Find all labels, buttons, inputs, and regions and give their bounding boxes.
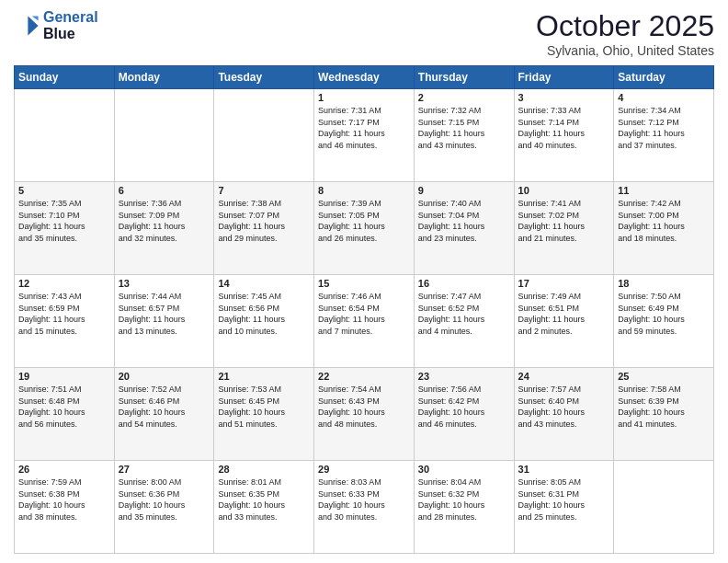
day-header-friday: Friday: [514, 66, 614, 89]
day-info: Sunrise: 7:35 AM Sunset: 7:10 PM Dayligh…: [18, 198, 110, 244]
day-info: Sunrise: 7:44 AM Sunset: 6:57 PM Dayligh…: [119, 291, 210, 337]
day-header-thursday: Thursday: [414, 66, 514, 89]
calendar-day-22: 22Sunrise: 7:54 AM Sunset: 6:43 PM Dayli…: [314, 368, 415, 461]
day-number: 3: [518, 92, 610, 103]
day-number: 25: [618, 371, 710, 382]
day-number: 19: [18, 371, 110, 382]
day-info: Sunrise: 7:51 AM Sunset: 6:48 PM Dayligh…: [18, 384, 110, 430]
month-title: October 2025: [536, 9, 714, 43]
day-info: Sunrise: 7:56 AM Sunset: 6:42 PM Dayligh…: [418, 384, 510, 430]
calendar-table: SundayMondayTuesdayWednesdayThursdayFrid…: [14, 65, 714, 554]
calendar-day-28: 28Sunrise: 8:01 AM Sunset: 6:35 PM Dayli…: [214, 461, 314, 554]
day-number: 12: [18, 278, 110, 289]
day-info: Sunrise: 8:05 AM Sunset: 6:31 PM Dayligh…: [518, 477, 610, 523]
day-number: 20: [119, 371, 210, 382]
day-info: Sunrise: 7:33 AM Sunset: 7:14 PM Dayligh…: [518, 105, 610, 151]
day-info: Sunrise: 7:50 AM Sunset: 6:49 PM Dayligh…: [618, 291, 710, 337]
day-info: Sunrise: 7:54 AM Sunset: 6:43 PM Dayligh…: [318, 384, 410, 430]
day-info: Sunrise: 8:03 AM Sunset: 6:33 PM Dayligh…: [318, 477, 410, 523]
calendar-day-20: 20Sunrise: 7:52 AM Sunset: 6:46 PM Dayli…: [114, 368, 214, 461]
calendar-day-16: 16Sunrise: 7:47 AM Sunset: 6:52 PM Dayli…: [414, 275, 514, 368]
day-info: Sunrise: 7:42 AM Sunset: 7:00 PM Dayligh…: [618, 198, 710, 244]
day-number: 26: [18, 464, 110, 475]
day-number: 14: [218, 278, 310, 289]
day-info: Sunrise: 7:57 AM Sunset: 6:40 PM Dayligh…: [518, 384, 610, 430]
calendar-day-14: 14Sunrise: 7:45 AM Sunset: 6:56 PM Dayli…: [214, 275, 314, 368]
day-info: Sunrise: 7:53 AM Sunset: 6:45 PM Dayligh…: [218, 384, 310, 430]
day-number: 18: [618, 278, 710, 289]
day-number: 4: [618, 92, 710, 103]
day-number: 13: [119, 278, 210, 289]
empty-cell: [15, 89, 115, 182]
calendar-day-11: 11Sunrise: 7:42 AM Sunset: 7:00 PM Dayli…: [614, 182, 714, 275]
day-number: 22: [318, 371, 410, 382]
day-number: 30: [418, 464, 510, 475]
day-info: Sunrise: 7:38 AM Sunset: 7:07 PM Dayligh…: [218, 198, 310, 244]
day-info: Sunrise: 7:46 AM Sunset: 6:54 PM Dayligh…: [318, 291, 410, 337]
day-number: 16: [418, 278, 510, 289]
calendar-day-18: 18Sunrise: 7:50 AM Sunset: 6:49 PM Dayli…: [614, 275, 714, 368]
day-info: Sunrise: 7:59 AM Sunset: 6:38 PM Dayligh…: [18, 477, 110, 523]
day-info: Sunrise: 7:52 AM Sunset: 6:46 PM Dayligh…: [119, 384, 210, 430]
day-info: Sunrise: 7:32 AM Sunset: 7:15 PM Dayligh…: [418, 105, 510, 151]
day-number: 24: [518, 371, 610, 382]
title-block: October 2025 Sylvania, Ohio, United Stat…: [536, 9, 714, 58]
calendar-day-24: 24Sunrise: 7:57 AM Sunset: 6:40 PM Dayli…: [514, 368, 614, 461]
empty-cell: [614, 461, 714, 554]
calendar-day-13: 13Sunrise: 7:44 AM Sunset: 6:57 PM Dayli…: [114, 275, 214, 368]
calendar-day-5: 5Sunrise: 7:35 AM Sunset: 7:10 PM Daylig…: [15, 182, 115, 275]
day-number: 5: [18, 185, 110, 196]
calendar-header-row: SundayMondayTuesdayWednesdayThursdayFrid…: [15, 66, 714, 89]
calendar-week-1: 1Sunrise: 7:31 AM Sunset: 7:17 PM Daylig…: [15, 89, 714, 182]
logo-text: General Blue: [43, 9, 98, 41]
day-info: Sunrise: 7:45 AM Sunset: 6:56 PM Dayligh…: [218, 291, 310, 337]
day-info: Sunrise: 7:36 AM Sunset: 7:09 PM Dayligh…: [119, 198, 210, 244]
calendar-day-2: 2Sunrise: 7:32 AM Sunset: 7:15 PM Daylig…: [414, 89, 514, 182]
day-header-sunday: Sunday: [15, 66, 115, 89]
location-title: Sylvania, Ohio, United States: [536, 43, 714, 58]
day-info: Sunrise: 7:40 AM Sunset: 7:04 PM Dayligh…: [418, 198, 510, 244]
calendar-day-26: 26Sunrise: 7:59 AM Sunset: 6:38 PM Dayli…: [15, 461, 115, 554]
day-number: 28: [218, 464, 310, 475]
day-number: 6: [119, 185, 210, 196]
calendar-day-4: 4Sunrise: 7:34 AM Sunset: 7:12 PM Daylig…: [614, 89, 714, 182]
header: General Blue October 2025 Sylvania, Ohio…: [14, 9, 714, 58]
day-number: 10: [518, 185, 610, 196]
calendar-week-5: 26Sunrise: 7:59 AM Sunset: 6:38 PM Dayli…: [15, 461, 714, 554]
calendar-day-15: 15Sunrise: 7:46 AM Sunset: 6:54 PM Dayli…: [314, 275, 415, 368]
day-info: Sunrise: 8:04 AM Sunset: 6:32 PM Dayligh…: [418, 477, 510, 523]
day-header-wednesday: Wednesday: [314, 66, 415, 89]
empty-cell: [214, 89, 314, 182]
day-number: 15: [318, 278, 410, 289]
calendar-day-10: 10Sunrise: 7:41 AM Sunset: 7:02 PM Dayli…: [514, 182, 614, 275]
day-info: Sunrise: 7:34 AM Sunset: 7:12 PM Dayligh…: [618, 105, 710, 151]
calendar-week-2: 5Sunrise: 7:35 AM Sunset: 7:10 PM Daylig…: [15, 182, 714, 275]
calendar-day-21: 21Sunrise: 7:53 AM Sunset: 6:45 PM Dayli…: [214, 368, 314, 461]
day-info: Sunrise: 7:31 AM Sunset: 7:17 PM Dayligh…: [318, 105, 410, 151]
day-info: Sunrise: 7:43 AM Sunset: 6:59 PM Dayligh…: [18, 291, 110, 337]
calendar-day-12: 12Sunrise: 7:43 AM Sunset: 6:59 PM Dayli…: [15, 275, 115, 368]
calendar-day-23: 23Sunrise: 7:56 AM Sunset: 6:42 PM Dayli…: [414, 368, 514, 461]
calendar-day-30: 30Sunrise: 8:04 AM Sunset: 6:32 PM Dayli…: [414, 461, 514, 554]
day-number: 31: [518, 464, 610, 475]
day-number: 2: [418, 92, 510, 103]
calendar-week-4: 19Sunrise: 7:51 AM Sunset: 6:48 PM Dayli…: [15, 368, 714, 461]
day-info: Sunrise: 7:41 AM Sunset: 7:02 PM Dayligh…: [518, 198, 610, 244]
day-info: Sunrise: 8:00 AM Sunset: 6:36 PM Dayligh…: [119, 477, 210, 523]
calendar-day-3: 3Sunrise: 7:33 AM Sunset: 7:14 PM Daylig…: [514, 89, 614, 182]
day-number: 29: [318, 464, 410, 475]
day-info: Sunrise: 7:39 AM Sunset: 7:05 PM Dayligh…: [318, 198, 410, 244]
calendar-day-19: 19Sunrise: 7:51 AM Sunset: 6:48 PM Dayli…: [15, 368, 115, 461]
day-info: Sunrise: 7:58 AM Sunset: 6:39 PM Dayligh…: [618, 384, 710, 430]
day-number: 11: [618, 185, 710, 196]
page: General Blue October 2025 Sylvania, Ohio…: [0, 0, 728, 563]
calendar-day-27: 27Sunrise: 8:00 AM Sunset: 6:36 PM Dayli…: [114, 461, 214, 554]
logo-icon: [14, 13, 40, 39]
day-number: 8: [318, 185, 410, 196]
calendar-week-3: 12Sunrise: 7:43 AM Sunset: 6:59 PM Dayli…: [15, 275, 714, 368]
calendar-day-25: 25Sunrise: 7:58 AM Sunset: 6:39 PM Dayli…: [614, 368, 714, 461]
day-info: Sunrise: 7:49 AM Sunset: 6:51 PM Dayligh…: [518, 291, 610, 337]
empty-cell: [114, 89, 214, 182]
calendar-day-8: 8Sunrise: 7:39 AM Sunset: 7:05 PM Daylig…: [314, 182, 415, 275]
day-number: 9: [418, 185, 510, 196]
